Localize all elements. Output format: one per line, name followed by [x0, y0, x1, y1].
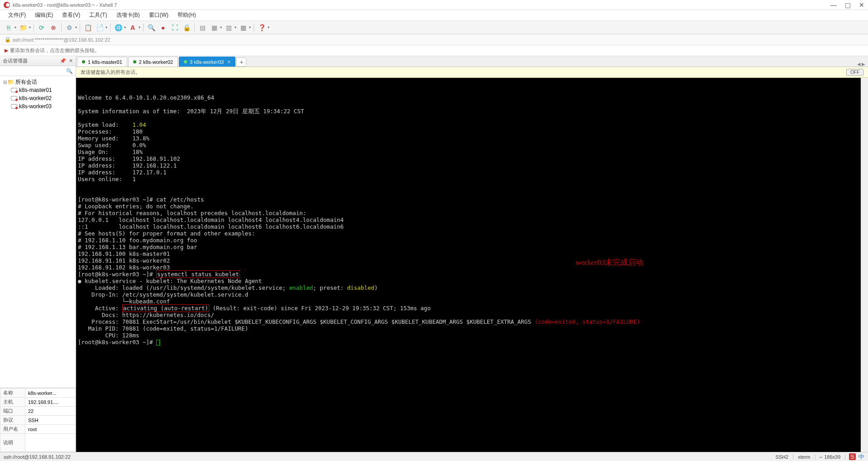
tab-prev-icon[interactable]: ◀	[857, 62, 861, 67]
status-protocol: SSH2	[771, 454, 794, 460]
tab-bar: 1 k8s-master01 2 k8s-worker02 3 k8s-work…	[76, 56, 868, 67]
copy-icon[interactable]: 📋	[83, 23, 93, 33]
tree-item-label: k8s-worker03	[19, 103, 52, 110]
session-icon	[11, 95, 17, 101]
prop-row: 主机192.168.91....	[0, 398, 76, 407]
tile-h-icon[interactable]: ▦	[209, 23, 219, 33]
toolbar: ⎘▾ 📁▾ ⟳ ⊗ ⚙▾ 📋 📄▾ 🌐▾ A▾ 🔍 ● ⛶ 🔒 ▤ ▦▾ ▥▾ …	[0, 21, 868, 34]
search-icon: 🔍	[66, 68, 73, 74]
content-area: 1 k8s-master01 2 k8s-worker02 3 k8s-work…	[76, 56, 868, 452]
menu-help[interactable]: 帮助(H)	[174, 10, 200, 20]
properties-icon[interactable]: ⚙	[64, 23, 74, 33]
session-icon	[11, 87, 17, 93]
maximize-button[interactable]: ▢	[845, 1, 851, 9]
tree-item-label: k8s-master01	[19, 87, 52, 93]
find-icon[interactable]: 🔍	[146, 23, 156, 33]
open-folder-icon[interactable]: 📁	[18, 23, 28, 33]
menu-edit[interactable]: 编辑(E)	[31, 10, 57, 20]
sidebar-header: 会话管理器 📌 ✕	[0, 56, 76, 66]
menu-file[interactable]: 文件(F)	[5, 10, 29, 20]
tab-worker02[interactable]: 2 k8s-worker02	[128, 57, 178, 67]
tab-next-icon[interactable]: ▶	[862, 62, 865, 67]
ime-lang-icon[interactable]: 中	[858, 453, 864, 461]
new-session-icon[interactable]: ⎘	[4, 23, 14, 33]
prop-row: 名称k8s-worker...	[0, 389, 76, 398]
sidebar-title: 会话管理器	[3, 58, 28, 64]
globe-icon[interactable]: 🌐	[113, 23, 123, 33]
prop-row: 说明	[0, 434, 76, 452]
broadcast-text: 发送键盘输入的所有会话。	[81, 69, 140, 76]
sidebar-close-icon[interactable]: ✕	[69, 58, 73, 64]
address-bar[interactable]: 🔒 ssh://root:***************@192.168.91.…	[0, 34, 868, 45]
menu-tools[interactable]: 工具(T)	[86, 10, 110, 20]
paste-icon[interactable]: 📄	[95, 23, 105, 33]
lock-small-icon: 🔒	[5, 37, 11, 43]
tree-item[interactable]: k8s-master01	[1, 86, 75, 94]
titlebar: k8s-worker03 - root@k8s-worker03:~ - Xsh…	[0, 0, 868, 10]
tree-item-label: k8s-worker02	[19, 95, 52, 101]
tab-master01[interactable]: 1 k8s-master01	[77, 57, 127, 67]
close-button[interactable]: ✕	[859, 1, 864, 9]
grid-icon[interactable]: ▩	[238, 23, 248, 33]
address-text: ssh://root:***************@192.168.91.10…	[13, 37, 110, 43]
tab-worker03[interactable]: 3 k8s-worker03 ×	[179, 57, 235, 67]
terminal-scrollbar[interactable]	[861, 78, 868, 452]
tree-item[interactable]: k8s-worker03	[1, 102, 75, 110]
tree-root-label: 所有会话	[15, 78, 37, 86]
broadcast-toggle[interactable]: OFF	[846, 69, 863, 76]
session-tree: ⊟ 📁 所有会话 k8s-master01 k8s-worker02 k8s-w…	[0, 76, 76, 112]
session-icon	[11, 103, 17, 110]
minimize-button[interactable]: —	[830, 1, 837, 9]
prop-row: 用户名root	[0, 425, 76, 434]
help-icon[interactable]: ❓	[257, 23, 267, 33]
tab-label: 2 k8s-worker02	[139, 59, 173, 65]
lock-icon[interactable]: 🔒	[182, 23, 192, 33]
status-dot-icon	[184, 60, 187, 63]
status-dot-icon	[82, 60, 85, 63]
tree-root[interactable]: ⊟ 📁 所有会话	[1, 78, 75, 86]
collapse-icon[interactable]: ⊟	[3, 80, 7, 85]
status-address: ssh://root@192.168.91.102:22	[4, 454, 771, 460]
hint-text: 要添加当前会话，点击左侧的箭头按钮。	[10, 47, 100, 54]
status-bar: ssh://root@192.168.91.102:22 SSH2 xterm …	[0, 452, 868, 461]
folder-icon: 📁	[7, 79, 14, 85]
menu-tab[interactable]: 选项卡(B)	[113, 10, 144, 20]
tab-label: 1 k8s-master01	[88, 59, 122, 65]
property-grid: 名称k8s-worker... 主机192.168.91.... 端口22 协议…	[0, 388, 76, 452]
status-size: ⌐ 186x39	[815, 454, 846, 460]
session-manager-panel: 会话管理器 📌 ✕ 🔍 ⊟ 📁 所有会话 k8s-master01 k8s-wo…	[0, 56, 76, 452]
pin-icon[interactable]: 📌	[60, 58, 66, 64]
status-termtype: xterm	[793, 454, 815, 460]
cascade-icon[interactable]: ▤	[197, 23, 207, 33]
tab-label: 3 k8s-worker03	[190, 59, 224, 65]
broadcast-bar: 发送键盘输入的所有会话。 OFF	[76, 67, 868, 78]
tab-add-button[interactable]: +	[236, 58, 246, 67]
tile-v-icon[interactable]: ▥	[224, 23, 234, 33]
fullscreen-icon[interactable]: ⛶	[170, 23, 180, 33]
menu-window[interactable]: 窗口(W)	[145, 10, 172, 20]
font-icon[interactable]: A	[128, 23, 138, 33]
status-dot-icon	[133, 60, 136, 63]
ime-icon[interactable]: S	[849, 453, 856, 460]
tree-item[interactable]: k8s-worker02	[1, 94, 75, 102]
reconnect-icon[interactable]: ⟳	[37, 23, 47, 33]
prop-row: 协议SSH	[0, 416, 76, 425]
prop-row: 端口22	[0, 407, 76, 416]
terminal[interactable]: Welcome to 6.4.0-10.1.0.20.oe2309.x86_64…	[76, 78, 861, 452]
window-title: k8s-worker03 - root@k8s-worker03:~ - Xsh…	[13, 2, 117, 8]
record-icon[interactable]: ●	[158, 23, 168, 33]
disconnect-icon[interactable]: ⊗	[48, 23, 58, 33]
tab-close-icon[interactable]: ×	[227, 59, 230, 65]
menubar: 文件(F) 编辑(E) 查看(V) 工具(T) 选项卡(B) 窗口(W) 帮助(…	[0, 10, 868, 21]
app-logo-icon	[4, 2, 10, 8]
hint-arrow-icon: ▶	[5, 48, 8, 53]
window-controls: — ▢ ✕	[830, 1, 864, 9]
hint-bar: ▶ 要添加当前会话，点击左侧的箭头按钮。	[0, 45, 868, 56]
sidebar-search[interactable]: 🔍	[0, 66, 76, 76]
menu-view[interactable]: 查看(V)	[58, 10, 84, 20]
system-tray: S 中	[849, 453, 864, 461]
